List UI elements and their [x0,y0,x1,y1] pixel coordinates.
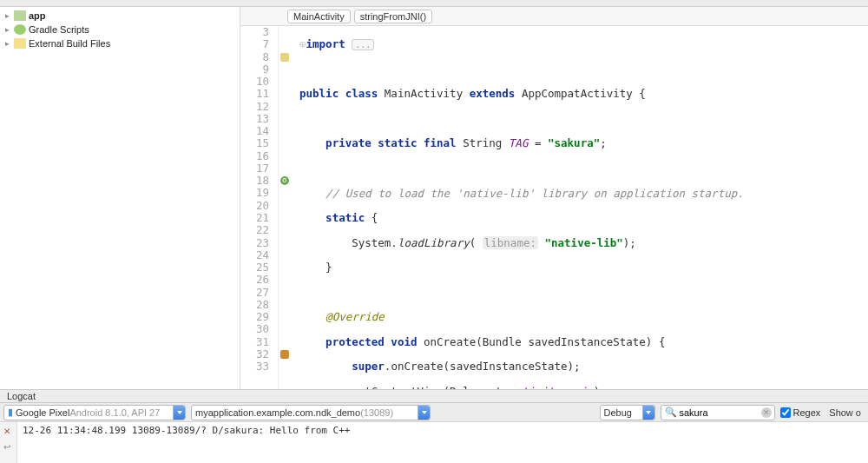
editor-tabs-strip [0,0,868,7]
regex-toggle[interactable]: Regex [780,407,821,418]
breadcrumb-class[interactable]: MainActivity [287,10,351,23]
class-gutter-icon [279,51,293,63]
expand-arrow-icon[interactable]: ▸ [5,25,14,34]
process-name: myapplication.example.com.ndk_demo [195,407,360,418]
logcat-tab[interactable]: Logcat [0,389,868,403]
gradle-icon [14,24,26,35]
log-level-selector[interactable]: Debug [600,405,655,420]
filter-selector[interactable]: Show o [825,407,865,418]
expand-arrow-icon[interactable]: ▸ [5,11,14,20]
breadcrumb-bar: MainActivity stringFromJNI() [240,7,868,26]
tree-label: Gradle Scripts [29,24,89,35]
process-pid: (13089) [360,407,393,418]
breadcrumb-method[interactable]: stringFromJNI() [354,10,432,23]
log-line[interactable]: 12-26 11:34:48.199 13089-13089/? D/sakur… [17,422,868,463]
device-selector[interactable]: ▮ Google Pixel Android 8.1.0, API 27 [3,405,186,420]
code-area[interactable]: 3 7 8 9 10 11 12 13 14 15 16 17 18 19 20… [240,26,868,389]
marker-column [279,26,293,389]
external-files-icon [14,38,26,49]
project-tree[interactable]: ▸ app ▸ Gradle Scripts ▸ External Build … [0,7,240,389]
param-hint: libname: [483,236,538,249]
expand-arrow-icon[interactable]: ▸ [5,39,14,48]
device-icon: ▮ [8,407,13,418]
device-api: Android 8.1.0, API 27 [69,407,160,418]
tree-item-app[interactable]: ▸ app [0,9,240,23]
editor-panel: MainActivity stringFromJNI() 3 7 8 9 10 … [240,7,868,389]
tree-label: External Build Files [29,38,110,49]
dropdown-arrow-icon[interactable] [173,406,185,420]
logcat-side-toolbar [0,422,17,463]
native-gutter-icon [279,348,293,360]
log-level-value: Debug [604,407,632,418]
dropdown-arrow-icon[interactable] [418,406,430,420]
scroll-to-end-icon[interactable] [3,440,14,451]
tree-item-gradle[interactable]: ▸ Gradle Scripts [0,23,240,36]
process-selector[interactable]: myapplication.example.com.ndk_demo (1308… [191,405,431,420]
logcat-search-input[interactable] [680,407,758,418]
logcat-toolbar: ▮ Google Pixel Android 8.1.0, API 27 mya… [0,403,868,422]
main-split: ▸ app ▸ Gradle Scripts ▸ External Build … [0,7,868,389]
clear-search-icon[interactable]: ✕ [761,407,772,418]
device-name: Google Pixel [16,407,69,418]
regex-checkbox[interactable] [780,407,791,418]
clear-log-icon[interactable] [3,425,14,435]
line-number-gutter: 3 7 8 9 10 11 12 13 14 15 16 17 18 19 20… [240,26,279,389]
code-text[interactable]: ⊕import ... public class MainActivity ex… [293,26,868,389]
tree-label: app [29,10,46,21]
regex-label: Regex [793,407,821,418]
tree-item-external[interactable]: ▸ External Build Files [0,36,240,50]
dropdown-arrow-icon[interactable] [642,406,654,420]
folder-icon [14,10,26,21]
fold-ellipsis[interactable]: ... [352,39,374,50]
logcat-search[interactable]: 🔍 ✕ [661,405,775,420]
search-icon: 🔍 [665,407,677,418]
override-gutter-icon [279,175,293,187]
logcat-output: 12-26 11:34:48.199 13089-13089/? D/sakur… [0,422,868,463]
